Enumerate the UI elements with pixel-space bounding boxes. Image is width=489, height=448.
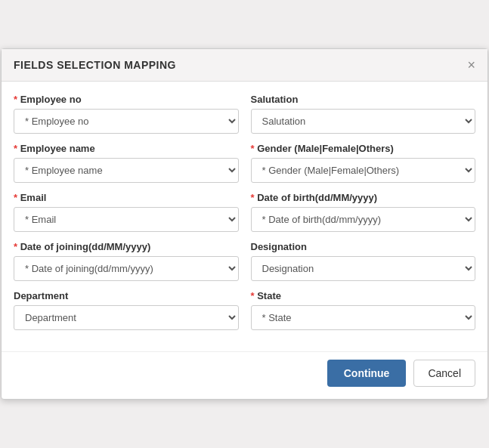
department-select[interactable]: Department — [14, 305, 239, 330]
employee-name-group: * Employee name * Employee name — [14, 143, 239, 183]
email-label: * Email — [14, 192, 239, 203]
date-of-birth-group: * Date of birth(dd/MM/yyyy) * Date of bi… — [251, 192, 476, 232]
date-of-birth-label: * Date of birth(dd/MM/yyyy) — [251, 192, 476, 203]
close-button[interactable]: × — [467, 58, 475, 72]
state-group: * State * State — [251, 290, 476, 330]
date-of-birth-select[interactable]: * Date of birth(dd/mm/yyyy) — [251, 207, 476, 232]
employee-name-select[interactable]: * Employee name — [14, 158, 239, 183]
modal-header: FIELDS SELECTION MAPPING × — [2, 49, 487, 82]
salutation-select[interactable]: Salutation — [251, 109, 476, 134]
employee-no-select[interactable]: * Employee no — [14, 109, 239, 134]
employee-name-required-star: * — [14, 143, 20, 154]
date-of-joining-group: * Date of joining(dd/MM/yyyy) * Date of … — [14, 241, 239, 281]
cancel-button[interactable]: Cancel — [413, 360, 475, 387]
department-label: Department — [14, 290, 239, 301]
designation-select[interactable]: Designation — [251, 256, 476, 281]
gender-required-star: * — [251, 143, 258, 154]
email-select[interactable]: * Email — [14, 207, 239, 232]
email-group: * Email * Email — [14, 192, 239, 232]
fields-selection-mapping-modal: FIELDS SELECTION MAPPING × * Employee no… — [1, 48, 488, 400]
continue-button[interactable]: Continue — [327, 360, 407, 387]
salutation-group: Salutation Salutation — [251, 94, 476, 134]
modal-footer: Continue Cancel — [2, 351, 487, 399]
employee-no-required-star: * — [14, 94, 20, 105]
gender-label: * Gender (Male|Female|Others) — [251, 143, 476, 154]
date-of-birth-required-star: * — [251, 192, 258, 203]
designation-group: Designation Designation — [251, 241, 476, 281]
department-group: Department Department — [14, 290, 239, 330]
date-of-joining-select[interactable]: * Date of joining(dd/mm/yyyy) — [14, 256, 239, 281]
gender-group: * Gender (Male|Female|Others) * Gender (… — [251, 143, 476, 183]
date-of-joining-required-star: * — [14, 241, 20, 252]
form-grid: * Employee no * Employee no Salutation S… — [14, 94, 475, 339]
designation-label: Designation — [251, 241, 476, 252]
email-required-star: * — [14, 192, 20, 203]
salutation-label: Salutation — [251, 94, 476, 105]
gender-select[interactable]: * Gender (Male|Female|Others) — [251, 158, 476, 183]
date-of-joining-label: * Date of joining(dd/MM/yyyy) — [14, 241, 239, 252]
state-select[interactable]: * State — [251, 305, 476, 330]
state-label: * State — [251, 290, 476, 301]
employee-no-label: * Employee no — [14, 94, 239, 105]
employee-name-label: * Employee name — [14, 143, 239, 154]
employee-no-group: * Employee no * Employee no — [14, 94, 239, 134]
modal-title: FIELDS SELECTION MAPPING — [14, 59, 176, 71]
modal-body: * Employee no * Employee no Salutation S… — [2, 82, 487, 348]
state-required-star: * — [251, 290, 258, 301]
